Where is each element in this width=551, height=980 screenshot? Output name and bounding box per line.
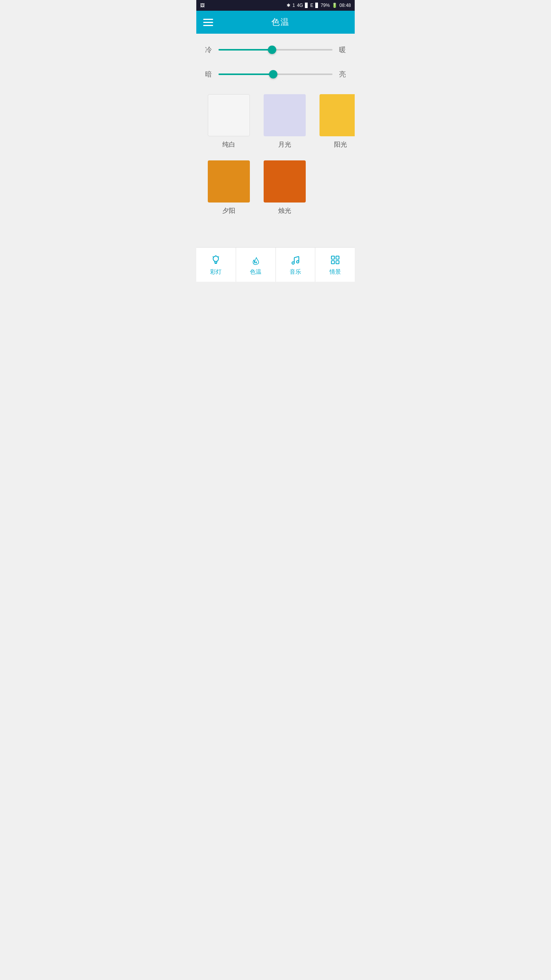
swatch-pure-white[interactable]: 纯白 (208, 94, 250, 149)
hamburger-menu-button[interactable] (203, 19, 213, 26)
swatch-label-moonlight: 月光 (278, 140, 291, 149)
grid-icon (329, 254, 341, 266)
svg-line-4 (218, 256, 219, 257)
svg-point-0 (213, 256, 218, 261)
slider-thumb-1[interactable] (268, 46, 276, 54)
bright-label: 亮 (338, 70, 347, 79)
bottom-navigation: 彩灯 色温 音乐 情景 (196, 247, 355, 282)
slider-track-fill-2 (218, 74, 273, 75)
swatch-candlelight[interactable]: 烛光 (264, 160, 306, 215)
bulb-icon (210, 254, 222, 266)
time-display: 08:48 (339, 3, 351, 8)
swatch-label-sunshine: 阳光 (334, 140, 347, 149)
nav-label-colorlight: 彩灯 (210, 268, 222, 276)
nav-item-colorlight[interactable]: 彩灯 (196, 248, 236, 282)
nav-item-colortemp[interactable]: 色温 (236, 248, 276, 282)
menu-line-3 (203, 25, 213, 26)
swatch-box-candlelight (264, 160, 306, 203)
nav-item-music[interactable]: 音乐 (276, 248, 316, 282)
swatch-box-sunset (208, 160, 250, 203)
image-icon: 🖼 (200, 3, 205, 8)
slider-thumb-2[interactable] (269, 70, 277, 78)
slider-track-fill-1 (218, 49, 272, 51)
dark-bright-slider[interactable] (218, 70, 333, 78)
svg-rect-12 (331, 261, 334, 264)
signal-icon: ▊ (305, 3, 308, 8)
nav-label-colortemp: 色温 (250, 268, 261, 276)
cold-label: 冷 (204, 45, 213, 54)
svg-line-9 (294, 256, 299, 258)
swatch-box-moonlight (264, 94, 306, 136)
menu-line-1 (203, 19, 213, 20)
svg-rect-13 (336, 261, 339, 264)
signal2-icon: ▊ (315, 3, 319, 8)
swatch-sunshine[interactable]: 阳光 (320, 94, 355, 149)
bluetooth-icon: ✱ (287, 3, 290, 8)
dark-label: 暗 (204, 70, 213, 79)
main-content: 冷 暖 暗 亮 纯白 月光 (196, 34, 355, 247)
svg-line-3 (213, 256, 214, 257)
warm-label: 暖 (338, 45, 347, 54)
swatch-label-sunset: 夕阳 (222, 206, 235, 215)
music-icon (289, 254, 302, 266)
network-4g-icon: 4G (297, 3, 303, 8)
flame-icon (249, 254, 262, 266)
status-right: ✱ 1 4G ▊ E ▊ 79% 🔋 08:48 (287, 3, 351, 8)
swatch-label-pure-white: 纯白 (222, 140, 235, 149)
sim-icon: 1 (292, 3, 295, 8)
swatch-box-sunshine (320, 94, 355, 136)
nav-label-music: 音乐 (290, 268, 301, 276)
dark-bright-slider-row: 暗 亮 (204, 70, 347, 79)
menu-line-2 (203, 22, 213, 23)
swatch-moonlight[interactable]: 月光 (264, 94, 306, 149)
battery-icon: 🔋 (332, 3, 337, 8)
swatches-row-2: 夕阳 烛光 (204, 160, 347, 215)
swatches-row-1: 纯白 月光 阳光 (204, 94, 347, 149)
status-bar: 🖼 ✱ 1 4G ▊ E ▊ 79% 🔋 08:48 (196, 0, 355, 11)
header: 色温 (196, 11, 355, 34)
battery-percent: 79% (321, 3, 330, 8)
nav-label-scene: 情景 (329, 268, 341, 276)
nav-item-scene[interactable]: 情景 (315, 248, 355, 282)
slider-section: 冷 暖 暗 亮 (204, 45, 347, 79)
signal-e-icon: E (310, 3, 313, 8)
page-title: 色温 (213, 16, 348, 28)
svg-rect-11 (336, 256, 339, 259)
swatch-sunset[interactable]: 夕阳 (208, 160, 250, 215)
cold-warm-slider[interactable] (218, 46, 333, 54)
swatch-box-pure-white (208, 94, 250, 136)
svg-rect-10 (331, 256, 334, 259)
cold-warm-slider-row: 冷 暖 (204, 45, 347, 54)
swatch-label-candlelight: 烛光 (278, 206, 291, 215)
status-left: 🖼 (200, 3, 205, 8)
